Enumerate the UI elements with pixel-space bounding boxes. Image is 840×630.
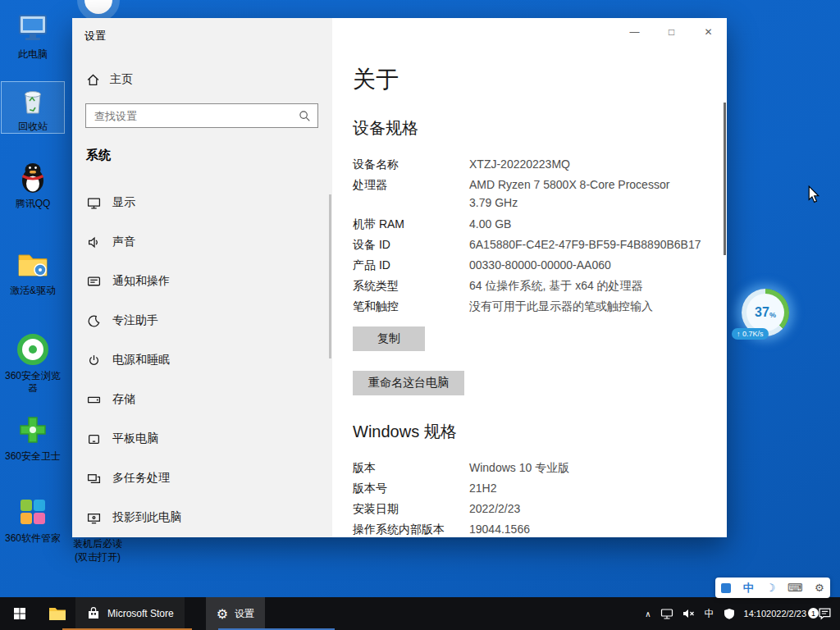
storage-icon [87, 393, 101, 407]
desktop-icon-label: 此电脑 [2, 48, 64, 61]
sidebar-item-focus-assist[interactable]: 专注助手 [72, 301, 332, 340]
ime-indicator[interactable]: 中 [705, 607, 714, 621]
spec-row: 笔和触控 没有可用于此显示器的笔或触控输入 [353, 296, 727, 317]
folder-icon [15, 246, 51, 282]
speed-ball-widget[interactable]: 37 % ↑ 0.7K/s [742, 289, 789, 336]
desktop-icon-activation-driver[interactable]: 激活&驱动 [2, 246, 64, 297]
spec-row: 安装日期 2022/2/23 [353, 499, 727, 519]
sidebar-scrollbar[interactable] [329, 194, 331, 358]
spec-label: 操作系统内部版本 [353, 519, 469, 537]
spec-row: 版本号 21H2 [353, 478, 727, 499]
mouse-cursor [807, 185, 820, 207]
desktop-icon-360-manager[interactable]: 360软件管家 [2, 494, 64, 545]
desktop-icon-label: 回收站 [2, 121, 64, 133]
taskbar: Microsoft Store ⚙ 设置 ∧ 中 14:10 2022/2/23… [0, 597, 840, 630]
search-icon[interactable] [299, 110, 311, 122]
desktop-icon-qq[interactable]: 腾讯QQ [2, 159, 64, 210]
copy-button[interactable]: 复制 [353, 326, 425, 351]
sidebar-item-storage[interactable]: 存储 [72, 380, 332, 419]
sidebar-item-notifications[interactable]: 通知和操作 [72, 262, 332, 301]
tablet-icon [87, 432, 101, 446]
gear-icon[interactable]: ⚙ [815, 582, 824, 594]
tray-expand-chevron[interactable]: ∧ [645, 609, 651, 619]
spec-label: 安装日期 [353, 499, 469, 519]
spec-row: 产品 ID 00330-80000-00000-AA060 [353, 255, 727, 276]
spec-value: 64 位操作系统, 基于 x64 的处理器 [469, 276, 643, 296]
project-icon [87, 511, 101, 525]
tray-time: 14:10 [744, 609, 767, 619]
spec-row: 操作系统内部版本 19044.1566 [353, 519, 727, 537]
taskbar-microsoft-store[interactable]: Microsoft Store [75, 597, 185, 630]
desktop-icon-this-pc[interactable]: 此电脑 [2, 10, 64, 61]
sidebar-item-tablet[interactable]: 平板电脑 [72, 419, 332, 459]
network-icon[interactable] [660, 608, 673, 620]
gear-icon: ⚙ [217, 606, 228, 622]
content-scrollbar[interactable] [724, 103, 726, 255]
settings-sidebar: 设置 主页 系统 显示 声音 通知和操作 专注 [72, 18, 332, 537]
minimize-button[interactable]: — [616, 18, 653, 45]
device-spec-rows: 设备名称 XTZJ-20220223MQ 处理器 AMD Ryzen 7 580… [353, 154, 727, 317]
spec-value-line2: 3.79 GHz [469, 195, 669, 214]
settings-window: 设置 主页 系统 显示 声音 通知和操作 专注 [72, 18, 727, 537]
keyboard-icon[interactable]: ⌨ [788, 582, 803, 594]
spec-value: 没有可用于此显示器的笔或触控输入 [469, 296, 653, 317]
sidebar-item-power-sleep[interactable]: 电源和睡眠 [72, 340, 332, 380]
sidebar-nav: 显示 声音 通知和操作 专注助手 电源和睡眠 存储 [72, 183, 332, 537]
spec-row: 处理器 AMD Ryzen 7 5800X 8-Core Processor 3… [353, 175, 727, 214]
moon-icon[interactable]: ☽ [765, 582, 775, 594]
settings-label: 设置 [235, 607, 254, 621]
ime-toolbar: 中 ☽ ⌨ ⚙ [715, 578, 830, 598]
sidebar-item-projecting[interactable]: 投影到此电脑 [72, 498, 332, 537]
speed-value: 0.7K/s [742, 330, 764, 338]
tray-clock[interactable]: 14:10 2022/2/23 [744, 609, 806, 619]
maximize-button[interactable]: □ [653, 18, 690, 45]
spec-value: 21H2 [469, 478, 496, 499]
spec-label: 设备名称 [353, 154, 469, 175]
spec-value: 4.00 GB [469, 214, 511, 235]
desktop-icon-readme-label[interactable]: 装机后必读(双击打开) [71, 537, 125, 564]
nav-label: 声音 [112, 235, 135, 249]
system-tray: ∧ 中 14:10 2022/2/23 1 [645, 597, 840, 630]
start-button[interactable] [0, 597, 39, 630]
action-center-button[interactable]: 1 [815, 607, 833, 620]
sidebar-item-multitasking[interactable]: 多任务处理 [72, 459, 332, 498]
notifications-icon [87, 275, 101, 289]
ime-grid-icon[interactable] [721, 583, 731, 593]
spec-label: 设备 ID [353, 235, 469, 255]
nav-label: 通知和操作 [112, 274, 170, 289]
spec-label: 系统类型 [353, 276, 469, 296]
nav-label: 显示 [112, 195, 135, 210]
desktop-icon-label: 360安全卫士 [2, 450, 64, 463]
360-safe-icon [15, 412, 51, 448]
nav-label: 投影到此电脑 [112, 510, 181, 525]
spec-row: 版本 Windows 10 专业版 [353, 458, 727, 478]
volume-muted-icon[interactable] [682, 608, 696, 619]
360-manager-icon [15, 494, 51, 530]
desktop-icon-label: 腾讯QQ [2, 198, 64, 210]
page-title: 关于 [353, 64, 727, 95]
spec-value: 6A15880F-C4E2-47F9-BF59-F4B8890B6B17 [469, 235, 701, 255]
sidebar-item-sound[interactable]: 声音 [72, 222, 332, 262]
360-browser-icon [15, 331, 51, 368]
ime-mode-toggle[interactable]: 中 [743, 581, 754, 596]
percent-value: 37 [755, 305, 769, 320]
desktop-icon-360-browser[interactable]: 360安全浏览器 [2, 331, 64, 395]
sidebar-item-home[interactable]: 主页 [86, 72, 133, 87]
taskbar-settings[interactable]: ⚙ 设置 [206, 597, 265, 630]
desktop-icon-recycle-bin[interactable]: 回收站 [2, 82, 64, 133]
desktop-icon-360-safe[interactable]: 360安全卫士 [2, 412, 64, 463]
qq-penguin-icon [15, 159, 51, 195]
spec-label: 版本号 [353, 478, 469, 499]
search-input[interactable] [85, 103, 318, 128]
close-button[interactable]: ✕ [690, 18, 727, 45]
defender-shield-icon[interactable] [724, 608, 735, 620]
spec-label: 笔和触控 [353, 296, 469, 317]
nav-label: 多任务处理 [112, 471, 170, 486]
nav-label: 电源和睡眠 [112, 353, 170, 368]
sidebar-section-system: 系统 [86, 148, 111, 163]
sidebar-item-display[interactable]: 显示 [72, 183, 332, 222]
tray-date: 2022/2/23 [766, 609, 806, 619]
rename-pc-button[interactable]: 重命名这台电脑 [353, 371, 464, 395]
nav-label: 专注助手 [112, 313, 158, 328]
file-explorer-button[interactable] [39, 597, 75, 630]
